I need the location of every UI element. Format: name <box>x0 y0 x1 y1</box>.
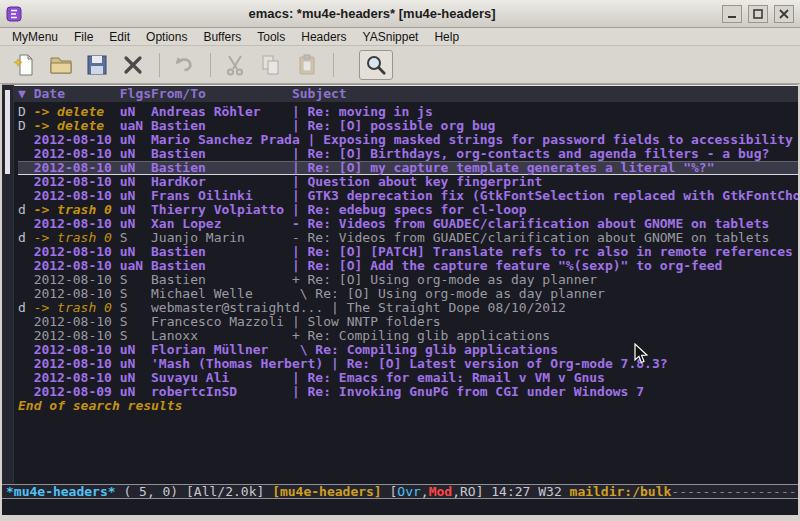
message-row[interactable]: d-> trash 0SJuanjo Marin- Re: Videos fro… <box>18 231 798 245</box>
menu-item-help[interactable]: Help <box>426 29 467 45</box>
subject-field: Re: Emacs for email: Rmail v VM v Gnus <box>308 370 605 385</box>
scrollbar[interactable] <box>2 85 14 484</box>
emacs-window: { "window": { "title": "emacs: *mu4e-hea… <box>0 0 800 521</box>
copy-button[interactable] <box>254 50 288 80</box>
from-field: Frans Oilinki <box>151 189 284 203</box>
menu-item-edit[interactable]: Edit <box>101 29 138 45</box>
menu-item-buffers[interactable]: Buffers <box>195 29 249 45</box>
flags-field: S <box>120 273 151 287</box>
message-row[interactable]: 2012-08-10uNBastien| Re: [O] [PATCH] Tra… <box>18 245 798 259</box>
message-row[interactable]: 2012-08-10uNBastien| Re: [O] my capture … <box>18 161 798 175</box>
message-row[interactable]: 2012-08-10SFrancesco Mazzoli| Slow NNTP … <box>18 315 798 329</box>
message-row[interactable]: 2012-08-10SLanoxx+ Re: Compiling glib ap… <box>18 329 798 343</box>
subject-field: Re: Invoking GnuPG from CGI under Window… <box>308 384 645 399</box>
column-header-subject[interactable]: Subject <box>292 86 347 101</box>
thread-prefix: + <box>292 328 308 343</box>
thread-prefix: | <box>292 160 308 175</box>
message-row[interactable]: 2012-08-10SBastien+ Re: [O] Using org-mo… <box>18 273 798 287</box>
menu-item-file[interactable]: File <box>66 29 101 45</box>
menu-item-mymenu[interactable]: MyMenu <box>4 29 66 45</box>
message-row[interactable]: 2012-08-10SMichael Welle \ Re: [O] Using… <box>18 287 798 301</box>
from-field: Bastien <box>151 245 284 259</box>
open-file-button[interactable] <box>44 50 78 80</box>
message-row[interactable]: d-> trash 0Swebmaster@straightd...| The … <box>18 301 798 315</box>
modeline-modified-flag: Mod <box>429 484 452 499</box>
date-or-mark-field: 2012-08-10 <box>34 287 120 301</box>
subject-field: GTK3 deprecation fix (GtkFontSelection r… <box>308 188 798 203</box>
flags-field: uN <box>120 189 151 203</box>
menu-item-options[interactable]: Options <box>138 29 195 45</box>
end-of-results: End of search results <box>18 399 798 413</box>
from-field: Bastien <box>151 147 284 161</box>
search-button[interactable] <box>359 50 393 80</box>
from-field: Andreas Röhler <box>151 105 284 119</box>
from-field: Thierry Volpiatto <box>151 203 284 217</box>
message-row[interactable]: 2012-08-09uNrobertcInSD| Re: Invoking Gn… <box>18 385 798 399</box>
thread-prefix: | <box>308 132 324 147</box>
from-field: Xan Lopez <box>151 217 284 231</box>
modeline-major-mode: [mu4e-headers] <box>272 484 382 499</box>
subject-field: Question about key fingerprint <box>308 174 543 189</box>
from-field: robertcInSD <box>151 385 284 399</box>
paste-button[interactable] <box>290 50 324 80</box>
from-field: Florian Müllner <box>151 343 284 357</box>
mark-char: D <box>18 119 34 133</box>
maximize-button[interactable] <box>748 5 768 23</box>
cut-button[interactable] <box>218 50 252 80</box>
message-row[interactable]: 2012-08-10uN'Mash (Thomas Herbert)| Re: … <box>18 357 798 371</box>
flags-field: S <box>120 315 151 329</box>
new-file-icon <box>13 53 37 77</box>
from-field: 'Mash (Thomas Herbert) <box>151 357 323 371</box>
save-button[interactable] <box>80 50 114 80</box>
thread-prefix: | <box>292 258 308 273</box>
message-row[interactable]: 2012-08-10uNFlorian Müllner \ Re: Compil… <box>18 343 798 357</box>
modeline-readonly-flag: ,RO] <box>452 484 483 499</box>
mouse-cursor <box>634 343 649 365</box>
subject-field: Re: Videos from GUADEC/clarification abo… <box>308 216 770 231</box>
message-row[interactable]: 2012-08-10uNFrans Oilinki| GTK3 deprecat… <box>18 189 798 203</box>
flags-field: uaN <box>120 119 151 133</box>
headers-header-line: ▼ DateFlgsFrom/ToSubject <box>2 85 798 102</box>
toolbar <box>0 46 800 84</box>
undo-button[interactable] <box>167 50 201 80</box>
message-row[interactable]: 2012-08-10uNBastien| Re: [O] Birthdays, … <box>18 147 798 161</box>
new-file-button[interactable] <box>8 50 42 80</box>
message-row[interactable]: D-> deleteuaNBastien| Re: [O] possible o… <box>18 119 798 133</box>
menu-item-yasnippet[interactable]: YASnippet <box>355 29 427 45</box>
from-field: Michael Welle <box>151 287 284 301</box>
toolbar-separator <box>159 53 160 77</box>
message-row[interactable]: 2012-08-10uNXan Lopez- Re: Videos from G… <box>18 217 798 231</box>
scrollbar-thumb[interactable] <box>5 90 10 174</box>
message-row[interactable]: 2012-08-10uaNBastien| Re: [O] Add the ca… <box>18 259 798 273</box>
from-field: HardKor <box>151 175 284 189</box>
from-field: webmaster@straightd... <box>151 301 323 315</box>
menu-item-headers[interactable]: Headers <box>293 29 354 45</box>
message-row[interactable]: d-> trash 0uNThierry Volpiatto| Re: edeb… <box>18 203 798 217</box>
close-button[interactable] <box>774 5 794 23</box>
close-buffer-button[interactable] <box>116 50 150 80</box>
message-row[interactable]: 2012-08-10uNHardKor| Question about key … <box>18 175 798 189</box>
open-file-icon <box>49 53 73 77</box>
message-row[interactable]: 2012-08-10uNSuvayu Ali| Re: Emacs for em… <box>18 371 798 385</box>
emacs-app-icon <box>6 6 22 22</box>
message-row[interactable]: D-> deleteuNAndreas Röhler| Re: moving i… <box>18 105 798 119</box>
menubar: MyMenu File Edit Options Buffers Tools H… <box>0 28 800 46</box>
thread-prefix: | <box>331 300 347 315</box>
thread-prefix: | <box>292 370 308 385</box>
date-or-mark-field: -> trash 0 <box>34 301 120 315</box>
menu-item-tools[interactable]: Tools <box>249 29 293 45</box>
date-or-mark-field: -> delete <box>34 105 120 119</box>
date-or-mark-field: 2012-08-10 <box>34 329 120 343</box>
search-icon <box>364 53 388 77</box>
column-header-flags[interactable]: Flgs <box>120 86 151 101</box>
message-row[interactable]: 2012-08-10uNMario Sanchez Prada| Exposin… <box>18 133 798 147</box>
column-header-from[interactable]: From/To <box>151 86 292 101</box>
minimize-button[interactable] <box>722 5 742 23</box>
date-or-mark-field: 2012-08-10 <box>34 175 120 189</box>
echo-area[interactable] <box>2 499 798 515</box>
from-field: Bastien <box>151 119 284 133</box>
date-or-mark-field: 2012-08-10 <box>34 161 120 175</box>
thread-prefix: \ <box>292 286 315 301</box>
column-header-date[interactable]: ▼ Date <box>18 86 120 101</box>
thread-prefix: | <box>292 104 308 119</box>
